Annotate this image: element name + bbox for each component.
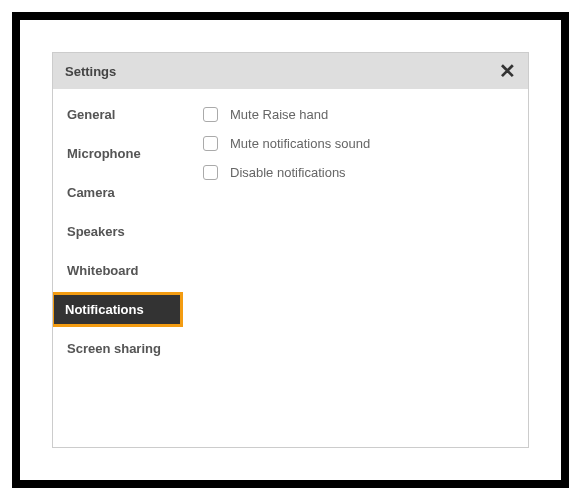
- settings-sidebar: General Microphone Camera Speakers White…: [53, 89, 183, 447]
- sidebar-item-screen-sharing[interactable]: Screen sharing: [53, 331, 183, 366]
- sidebar-item-camera[interactable]: Camera: [53, 175, 183, 210]
- settings-content: Mute Raise hand Mute notifications sound…: [183, 89, 528, 447]
- sidebar-item-notifications[interactable]: Notifications: [53, 292, 183, 327]
- checkbox-label: Mute Raise hand: [230, 107, 328, 122]
- checkbox-icon: [203, 107, 218, 122]
- sidebar-item-general[interactable]: General: [53, 97, 183, 132]
- outer-frame: Settings ✕ General Microphone Camera Spe…: [12, 12, 569, 488]
- checkbox-label: Disable notifications: [230, 165, 346, 180]
- dialog-body: General Microphone Camera Speakers White…: [53, 89, 528, 447]
- settings-dialog: Settings ✕ General Microphone Camera Spe…: [52, 52, 529, 448]
- dialog-title: Settings: [65, 64, 116, 79]
- checkbox-disable-notifications[interactable]: Disable notifications: [203, 165, 508, 180]
- sidebar-item-microphone[interactable]: Microphone: [53, 136, 183, 171]
- checkbox-icon: [203, 136, 218, 151]
- close-icon[interactable]: ✕: [499, 61, 516, 81]
- checkbox-icon: [203, 165, 218, 180]
- sidebar-item-whiteboard[interactable]: Whiteboard: [53, 253, 183, 288]
- checkbox-mute-notifications-sound[interactable]: Mute notifications sound: [203, 136, 508, 151]
- checkbox-mute-raise-hand[interactable]: Mute Raise hand: [203, 107, 508, 122]
- sidebar-item-speakers[interactable]: Speakers: [53, 214, 183, 249]
- checkbox-label: Mute notifications sound: [230, 136, 370, 151]
- dialog-header: Settings ✕: [53, 53, 528, 89]
